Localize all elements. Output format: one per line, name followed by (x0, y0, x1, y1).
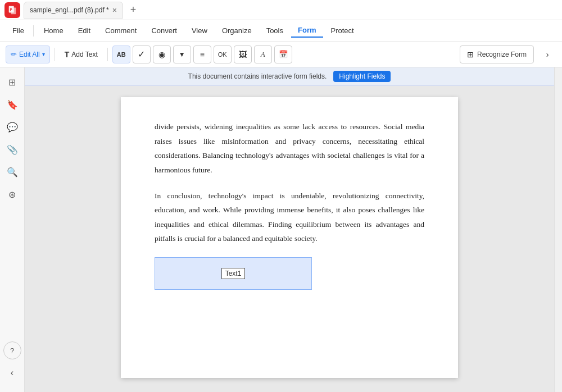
menu-organize[interactable]: Organize (215, 24, 259, 37)
tab-close-button[interactable]: × (112, 6, 117, 15)
button-field-button[interactable]: OK (214, 45, 232, 63)
toolbar-separator-1 (55, 48, 55, 61)
text-tool-icon: T (65, 50, 70, 59)
title-bar: P sample_engl...pdf (8).pdf * × + (0, 0, 562, 20)
text-field-label: Text1 (221, 268, 246, 279)
sidebar-bottom: ? ‹ (3, 341, 21, 386)
date-field-button[interactable]: 📅 (274, 45, 292, 63)
right-scrollbar[interactable] (554, 67, 562, 392)
menu-comment[interactable]: Comment (98, 24, 143, 37)
menu-protect[interactable]: Protect (324, 24, 361, 37)
menu-edit[interactable]: Edit (71, 24, 97, 37)
radio-button[interactable]: ◉ (153, 45, 171, 63)
svg-text:P: P (10, 7, 12, 11)
more-button[interactable]: › (538, 45, 556, 63)
menu-home[interactable]: Home (37, 24, 70, 37)
sidebar-bookmarks-icon[interactable]: 🔖 (3, 95, 21, 113)
menu-sep (33, 25, 34, 37)
dropdown-arrow-icon: ▾ (42, 51, 45, 57)
menu-view[interactable]: View (185, 24, 214, 37)
toolbar-separator-2 (107, 48, 108, 61)
sidebar-help-icon[interactable]: ? (3, 341, 21, 359)
listbox-button[interactable]: ≡ (193, 45, 211, 63)
sidebar-layers-icon[interactable]: ⊛ (3, 185, 21, 203)
signature-field-button[interactable]: A (254, 45, 272, 63)
menu-form[interactable]: Form (291, 24, 323, 38)
menu-tools[interactable]: Tools (260, 24, 290, 37)
image-field-button[interactable]: 🖼 (234, 45, 252, 63)
recognize-form-button[interactable]: ⊞ Recognize Form (460, 45, 534, 63)
highlight-fields-button[interactable]: Highlight Fields (333, 71, 391, 82)
new-tab-button[interactable]: + (126, 3, 140, 17)
document-tab[interactable]: sample_engl...pdf (8).pdf * × (24, 2, 123, 19)
dropdown-button[interactable]: ▼ (173, 45, 191, 63)
add-text-button[interactable]: T Add Text (60, 45, 103, 63)
notification-bar: This document contains interactive form … (25, 67, 554, 86)
left-sidebar: ⊞ 🔖 💬 📎 🔍 ⊛ ? ‹ (0, 67, 25, 392)
paragraph-2: In conclusion, technology's impact is un… (155, 189, 424, 247)
edit-all-button[interactable]: ✏ Edit All ▾ (6, 45, 50, 63)
toolbar: ✏ Edit All ▾ T Add Text AB ✓ ◉ ▼ ≡ OK 🖼 … (0, 42, 562, 67)
sidebar-search-icon[interactable]: 🔍 (3, 163, 21, 181)
paragraph-1: divide persists, widening inequalities a… (155, 120, 424, 177)
file-menu[interactable]: File (7, 24, 30, 37)
text-form-field[interactable]: Text1 (155, 257, 312, 290)
pdf-page: divide persists, widening inequalities a… (121, 97, 458, 378)
edit-icon: ✏ (11, 50, 17, 58)
sidebar-attachments-icon[interactable]: 📎 (3, 140, 21, 158)
sidebar-collapse-icon[interactable]: ‹ (3, 364, 21, 382)
sidebar-pages-icon[interactable]: ⊞ (3, 73, 21, 91)
menu-convert[interactable]: Convert (144, 24, 184, 37)
tab-label: sample_engl...pdf (8).pdf * (30, 6, 109, 14)
add-text-label: Add Text (71, 51, 97, 58)
edit-all-label: Edit All (19, 51, 40, 58)
recognize-form-label: Recognize Form (477, 51, 527, 58)
ab-field-button[interactable]: AB (112, 45, 130, 63)
main-area: ⊞ 🔖 💬 📎 🔍 ⊛ ? ‹ This document contains i… (0, 67, 562, 392)
pdf-content: divide persists, widening inequalities a… (155, 120, 424, 246)
document-area: This document contains interactive form … (25, 67, 554, 392)
app-logo: P (4, 2, 20, 18)
sidebar-comments-icon[interactable]: 💬 (3, 118, 21, 136)
notification-text: This document contains interactive form … (188, 72, 327, 80)
checkbox-button[interactable]: ✓ (133, 45, 151, 63)
recognize-icon: ⊞ (467, 50, 474, 59)
menu-bar: File Home Edit Comment Convert View Orga… (0, 20, 562, 42)
